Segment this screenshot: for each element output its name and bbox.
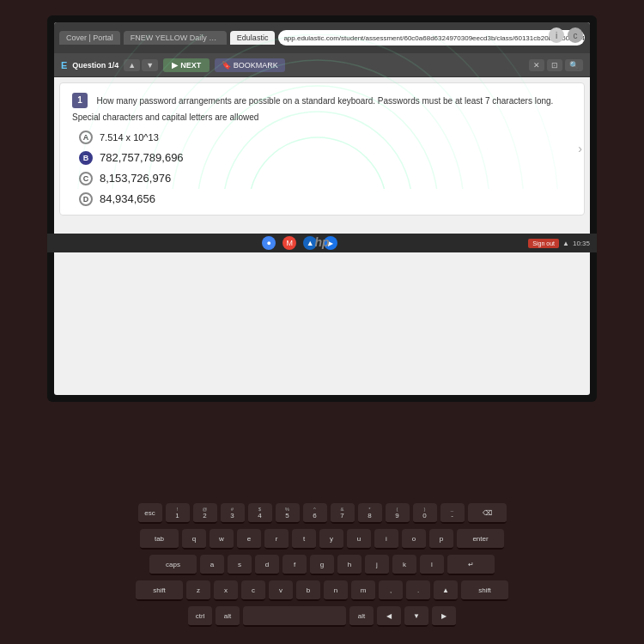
key-alt-l[interactable]: alt [216, 606, 240, 627]
hp-logo: hp [314, 235, 329, 249]
key-l[interactable]: l [420, 555, 444, 575]
key-9[interactable]: (9 [386, 503, 410, 524]
key-7[interactable]: &7 [331, 503, 355, 524]
key-6[interactable]: ^6 [303, 503, 327, 524]
nav-up-btn[interactable]: ▲ [124, 59, 140, 71]
wifi-icon: ▲ [562, 240, 569, 247]
key-2[interactable]: @2 [193, 503, 217, 524]
key-minus[interactable]: _- [440, 503, 465, 524]
key-i[interactable]: i [374, 529, 398, 550]
key-5[interactable]: %5 [276, 503, 300, 524]
key-right[interactable]: ▶ [432, 606, 456, 627]
key-c[interactable]: c [241, 580, 265, 601]
key-space[interactable] [243, 606, 346, 627]
option-c-circle: C [79, 172, 93, 185]
key-3[interactable]: #3 [221, 503, 245, 524]
expand-icon-btn[interactable]: ⊡ [547, 59, 562, 71]
key-4[interactable]: $4 [248, 503, 272, 524]
address-bar[interactable]: app.edulastic.com/student/assessment/60c… [278, 30, 585, 46]
option-d[interactable]: D 84,934,656 [79, 192, 572, 206]
key-8[interactable]: *8 [358, 503, 382, 524]
option-c-text: 8,153,726,976 [100, 172, 171, 185]
key-q[interactable]: q [182, 529, 206, 550]
info-button[interactable]: i [549, 27, 564, 43]
key-period[interactable]: . [406, 580, 430, 601]
option-b[interactable]: B 782,757,789,696 [79, 151, 572, 165]
key-h[interactable]: h [337, 555, 361, 575]
key-n[interactable]: n [324, 580, 348, 601]
tab-yellow[interactable]: FNEW YELLOW Daily Schedu... [124, 31, 227, 45]
key-left[interactable]: ◀ [377, 606, 401, 627]
key-w[interactable]: w [210, 529, 234, 550]
key-comma[interactable]: , [379, 580, 403, 601]
key-v[interactable]: v [269, 580, 293, 601]
refresh-icon: c [574, 31, 578, 40]
screen: Cover | Portal FNEW YELLOW Daily Schedu.… [54, 22, 590, 395]
taskbar-right: Sign out ▲ 10:35 [528, 239, 590, 248]
next-button[interactable]: ▶ NEXT [163, 58, 210, 72]
key-f[interactable]: f [283, 555, 307, 575]
question-area: 1 How many password arrangements are pos… [59, 82, 585, 216]
key-1[interactable]: !1 [166, 503, 190, 524]
key-0[interactable]: )0 [413, 503, 437, 524]
screen-bezel: Cover | Portal FNEW YELLOW Daily Schedu.… [47, 15, 597, 402]
tab-edulastic[interactable]: Edulastic [230, 31, 276, 45]
key-esc[interactable]: esc [138, 503, 162, 524]
key-enter-2[interactable]: ↵ [447, 555, 495, 575]
key-enter[interactable]: enter [457, 529, 504, 550]
question-label: Question 1/4 [72, 61, 118, 70]
time-display: 10:35 [573, 240, 590, 247]
key-j[interactable]: j [365, 555, 389, 575]
key-backspace[interactable]: ⌫ [468, 503, 507, 524]
key-z[interactable]: z [186, 580, 210, 601]
bookmark-button[interactable]: 🔖 BOOKMARK [215, 58, 285, 72]
key-x[interactable]: x [214, 580, 238, 601]
option-a[interactable]: A 7.514 x 10^13 [79, 131, 572, 144]
gmail-icon[interactable]: M [283, 236, 296, 250]
keyboard-area: esc !1 @2 #3 $4 %5 ^6 &7 *8 (9 )0 _- ⌫ t… [0, 404, 644, 644]
key-up[interactable]: ▲ [434, 580, 458, 601]
key-t[interactable]: t [292, 529, 316, 550]
info-icon: i [556, 31, 557, 40]
key-alt-r[interactable]: alt [349, 606, 374, 627]
key-o[interactable]: o [402, 529, 426, 550]
key-r[interactable]: r [264, 529, 289, 550]
key-shift-l[interactable]: shift [136, 580, 183, 601]
key-s[interactable]: s [228, 555, 252, 575]
key-tab[interactable]: tab [140, 529, 179, 550]
key-b[interactable]: b [296, 580, 320, 601]
key-shift-r[interactable]: shift [461, 580, 508, 601]
question-number-badge: 1 [72, 93, 88, 108]
sign-out-button[interactable]: Sign out [528, 239, 559, 248]
option-b-text: 782,757,789,696 [100, 151, 184, 164]
key-m[interactable]: m [351, 580, 375, 601]
option-b-circle: B [79, 151, 93, 165]
next-arrow-icon: ▶ [172, 61, 178, 70]
close-icon-btn[interactable]: ✕ [529, 59, 544, 71]
chrome-icon[interactable]: ● [262, 236, 276, 250]
key-ctrl-l[interactable]: ctrl [188, 606, 212, 627]
toolbar: E Question 1/4 ▲ ▼ ▶ NEXT 🔖 BOOKMARK ✕ ⊡ [54, 53, 590, 77]
key-y[interactable]: y [319, 529, 343, 550]
key-caps[interactable]: caps [149, 555, 197, 575]
refresh-button[interactable]: c [568, 27, 583, 43]
right-arrow-icon[interactable]: › [578, 142, 582, 155]
key-g[interactable]: g [310, 555, 334, 575]
key-u[interactable]: u [347, 529, 371, 550]
key-d[interactable]: d [255, 555, 279, 575]
browser-chrome: Cover | Portal FNEW YELLOW Daily Schedu.… [54, 22, 590, 53]
key-e[interactable]: e [237, 529, 261, 550]
nav-down-btn[interactable]: ▼ [142, 59, 158, 71]
keyboard: esc !1 @2 #3 $4 %5 ^6 &7 *8 (9 )0 _- ⌫ t… [26, 503, 618, 627]
key-a[interactable]: a [200, 555, 224, 575]
tab-cover[interactable]: Cover | Portal [59, 31, 120, 45]
key-p[interactable]: p [429, 529, 453, 550]
search-icon-btn[interactable]: 🔍 [565, 59, 583, 71]
key-row-3: caps a s d f g h j k l ↵ [26, 555, 618, 575]
key-k[interactable]: k [392, 555, 416, 575]
bookmark-icon: 🔖 [222, 61, 234, 70]
question-header: 1 How many password arrangements are pos… [72, 92, 572, 124]
option-c[interactable]: C 8,153,726,976 [79, 172, 572, 185]
brand-logo: E [61, 60, 67, 70]
key-down[interactable]: ▼ [404, 606, 428, 627]
